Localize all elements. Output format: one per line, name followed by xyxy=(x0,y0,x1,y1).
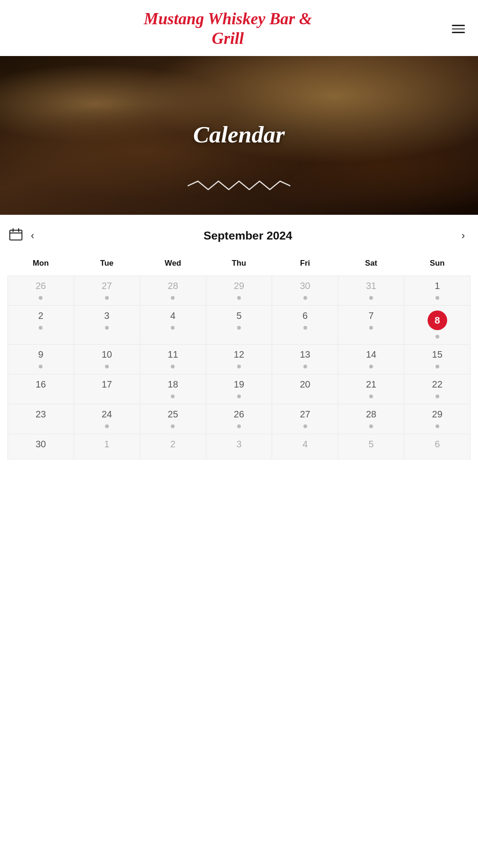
calendar-day-cell[interactable]: 6 xyxy=(404,434,471,459)
calendar-day-cell[interactable]: 14 xyxy=(338,345,404,374)
calendar-day-cell[interactable]: 4 xyxy=(140,306,206,345)
calendar-day-cell[interactable]: 3 xyxy=(206,434,272,459)
calendar-day-cell[interactable]: 16 xyxy=(8,374,74,404)
calendar-week-row: 2345678 xyxy=(8,306,471,345)
day-number: 23 xyxy=(35,409,46,420)
day-cell-inner: 30 xyxy=(10,439,72,453)
calendar-day-cell[interactable]: 2 xyxy=(140,434,206,459)
calendar-day-cell[interactable]: 5 xyxy=(206,306,272,345)
calendar-day-cell[interactable]: 25 xyxy=(140,404,206,434)
calendar-day-cell[interactable]: 15 xyxy=(404,345,471,374)
day-cell-inner: 2 xyxy=(142,439,204,453)
day-event-dot xyxy=(303,365,307,368)
svg-rect-0 xyxy=(10,230,22,240)
calendar-day-cell[interactable]: 18 xyxy=(140,374,206,404)
day-number: 3 xyxy=(236,439,241,450)
day-event-dot xyxy=(237,424,241,428)
calendar-day-cell[interactable]: 30 xyxy=(8,434,74,459)
day-cell-inner: 28 xyxy=(142,281,204,300)
calendar-day-cell[interactable]: 1 xyxy=(404,276,471,306)
day-number: 1 xyxy=(104,439,109,450)
calendar-day-cell[interactable]: 10 xyxy=(74,345,140,374)
day-number: 31 xyxy=(366,281,376,291)
calendar-day-cell[interactable]: 8 xyxy=(404,306,471,345)
calendar-day-cell[interactable]: 23 xyxy=(8,404,74,434)
calendar-day-cell[interactable]: 26 xyxy=(8,276,74,306)
day-cell-inner: 15 xyxy=(406,349,468,368)
day-event-dot xyxy=(171,395,175,398)
day-cell-inner: 3 xyxy=(208,439,270,453)
calendar-day-cell[interactable]: 27 xyxy=(272,404,338,434)
day-cell-inner: 25 xyxy=(142,409,204,428)
hero-zigzag-decoration xyxy=(188,179,290,192)
calendar-day-cell[interactable]: 6 xyxy=(272,306,338,345)
day-event-dot xyxy=(436,424,439,428)
calendar-day-cell[interactable]: 26 xyxy=(206,404,272,434)
calendar-day-cell[interactable]: 13 xyxy=(272,345,338,374)
day-event-dot xyxy=(171,365,175,368)
calendar-day-cell[interactable]: 27 xyxy=(74,276,140,306)
calendar-day-cell[interactable]: 4 xyxy=(272,434,338,459)
day-number: 6 xyxy=(302,311,308,321)
day-event-dot xyxy=(39,365,42,368)
day-cell-inner: 13 xyxy=(274,349,336,368)
calendar-day-cell[interactable]: 12 xyxy=(206,345,272,374)
calendar-day-cell[interactable]: 20 xyxy=(272,374,338,404)
calendar-day-cell[interactable]: 2 xyxy=(8,306,74,345)
calendar-day-cell[interactable]: 9 xyxy=(8,345,74,374)
calendar-day-cell[interactable]: 5 xyxy=(338,434,404,459)
calendar-icon xyxy=(9,228,22,243)
prev-month-button[interactable]: ‹ xyxy=(27,228,38,244)
day-number: 25 xyxy=(168,409,178,420)
day-cell-inner: 4 xyxy=(274,439,336,453)
day-number: 6 xyxy=(435,439,440,450)
day-cell-inner: 26 xyxy=(10,281,72,300)
hamburger-line-3 xyxy=(452,32,465,33)
day-cell-inner: 11 xyxy=(142,349,204,368)
calendar-day-cell[interactable]: 28 xyxy=(338,404,404,434)
day-number: 10 xyxy=(102,349,112,360)
day-cell-inner: 30 xyxy=(274,281,336,300)
day-cell-inner: 27 xyxy=(76,281,138,300)
day-cell-inner: 21 xyxy=(340,379,402,398)
day-cell-inner: 22 xyxy=(406,379,468,398)
calendar-day-cell[interactable]: 24 xyxy=(74,404,140,434)
calendar-day-cell[interactable]: 22 xyxy=(404,374,471,404)
day-event-dot xyxy=(436,335,439,339)
day-cell-inner: 29 xyxy=(208,281,270,300)
calendar-day-cell[interactable]: 31 xyxy=(338,276,404,306)
calendar-nav-left: ‹ xyxy=(9,228,38,244)
calendar-day-cell[interactable]: 17 xyxy=(74,374,140,404)
day-cell-inner: 28 xyxy=(340,409,402,428)
calendar-day-cell[interactable]: 19 xyxy=(206,374,272,404)
day-number: 20 xyxy=(300,379,310,390)
day-number: 2 xyxy=(170,439,176,450)
calendar-header-row: MonTueWedThuFriSatSun xyxy=(8,255,471,276)
calendar-day-cell[interactable]: 3 xyxy=(74,306,140,345)
day-event-dot xyxy=(436,395,439,398)
calendar-day-cell[interactable]: 29 xyxy=(206,276,272,306)
calendar-day-header-mon: Mon xyxy=(8,255,74,276)
calendar-day-cell[interactable]: 1 xyxy=(74,434,140,459)
day-number: 28 xyxy=(168,281,178,291)
day-number: 18 xyxy=(168,379,178,390)
calendar-nav: ‹ September 2024 › xyxy=(7,228,471,244)
hamburger-menu-button[interactable] xyxy=(450,23,467,35)
calendar-day-cell[interactable]: 30 xyxy=(272,276,338,306)
day-number: 29 xyxy=(234,281,244,291)
calendar-day-cell[interactable]: 28 xyxy=(140,276,206,306)
day-number: 26 xyxy=(35,281,46,291)
day-cell-inner: 2 xyxy=(10,311,72,330)
calendar-day-cell[interactable]: 11 xyxy=(140,345,206,374)
day-event-dot xyxy=(436,365,439,368)
day-number: 3 xyxy=(104,311,109,321)
day-number: 1 xyxy=(435,281,440,291)
calendar-week-row: 16171819202122 xyxy=(8,374,471,404)
calendar-day-cell[interactable]: 29 xyxy=(404,404,471,434)
calendar-day-cell[interactable]: 21 xyxy=(338,374,404,404)
day-event-dot xyxy=(369,424,373,428)
calendar-day-cell[interactable]: 7 xyxy=(338,306,404,345)
next-month-button[interactable]: › xyxy=(458,228,469,244)
day-event-dot xyxy=(237,365,241,368)
day-event-dot xyxy=(171,326,175,330)
